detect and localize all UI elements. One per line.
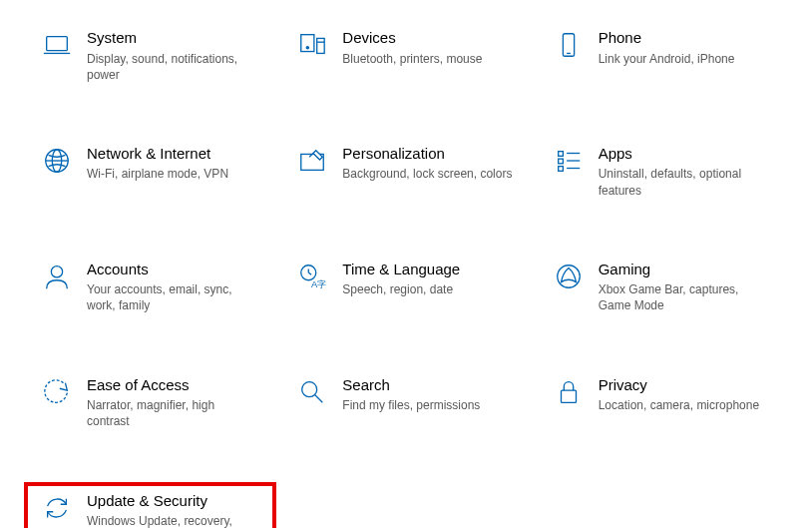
tile-title: Devices bbox=[342, 28, 482, 48]
tile-desc: Windows Update, recovery, backup bbox=[87, 513, 257, 528]
tile-gaming[interactable]: Gaming Xbox Game Bar, captures, Game Mod… bbox=[542, 257, 782, 317]
tile-title: Phone bbox=[599, 28, 735, 48]
gaming-icon bbox=[545, 260, 593, 291]
time-language-icon: A字 bbox=[288, 260, 336, 291]
svg-point-25 bbox=[302, 381, 317, 396]
tile-title: Search bbox=[342, 375, 480, 395]
lock-icon bbox=[545, 375, 593, 407]
tile-network[interactable]: Network & Internet Wi-Fi, airplane mode,… bbox=[30, 141, 270, 202]
tile-desc: Find my files, permissions bbox=[342, 397, 480, 413]
tile-desc: Your accounts, email, sync, work, family bbox=[87, 281, 257, 313]
tile-desc: Wi-Fi, airplane mode, VPN bbox=[87, 166, 228, 182]
tile-desc: Uninstall, defaults, optional features bbox=[599, 166, 769, 198]
person-icon bbox=[33, 260, 81, 291]
globe-icon bbox=[33, 144, 81, 176]
tile-title: Apps bbox=[599, 144, 769, 164]
tile-title: Time & Language bbox=[342, 260, 460, 279]
tile-system[interactable]: System Display, sound, notifications, po… bbox=[30, 25, 270, 86]
tile-privacy[interactable]: Privacy Location, camera, microphone bbox=[542, 372, 782, 433]
svg-rect-13 bbox=[558, 152, 563, 157]
ease-of-access-icon bbox=[33, 375, 81, 407]
tile-time[interactable]: A字 Time & Language Speech, region, date bbox=[285, 257, 526, 317]
svg-rect-14 bbox=[558, 159, 563, 164]
svg-rect-27 bbox=[561, 390, 576, 402]
tile-personalization[interactable]: Personalization Background, lock screen,… bbox=[285, 141, 526, 202]
devices-icon bbox=[288, 28, 336, 60]
tile-update-security[interactable]: Update & Security Windows Update, recove… bbox=[30, 488, 270, 529]
search-icon bbox=[288, 375, 336, 407]
tile-devices[interactable]: Devices Bluetooth, printers, mouse bbox=[285, 25, 526, 86]
tile-desc: Display, sound, notifications, power bbox=[87, 51, 257, 83]
tile-desc: Background, lock screen, colors bbox=[342, 166, 512, 182]
tile-desc: Bluetooth, printers, mouse bbox=[342, 51, 482, 67]
tile-title: Privacy bbox=[599, 375, 759, 395]
tile-desc: Xbox Game Bar, captures, Game Mode bbox=[599, 281, 769, 313]
svg-rect-4 bbox=[317, 38, 325, 53]
tile-title: Update & Security bbox=[87, 491, 257, 511]
tile-title: Accounts bbox=[87, 260, 257, 279]
svg-line-26 bbox=[315, 394, 323, 402]
tile-desc: Location, camera, microphone bbox=[599, 397, 759, 413]
settings-grid: System Display, sound, notifications, po… bbox=[30, 25, 782, 528]
tile-phone[interactable]: Phone Link your Android, iPhone bbox=[542, 25, 782, 86]
tile-title: Personalization bbox=[342, 144, 512, 164]
tile-title: Ease of Access bbox=[87, 375, 257, 395]
tile-desc: Link your Android, iPhone bbox=[599, 51, 735, 67]
sync-icon bbox=[33, 491, 81, 523]
laptop-icon bbox=[33, 28, 81, 60]
tile-apps[interactable]: Apps Uninstall, defaults, optional featu… bbox=[542, 141, 782, 202]
svg-line-22 bbox=[309, 272, 312, 274]
tile-title: Gaming bbox=[599, 260, 769, 279]
tile-ease-of-access[interactable]: Ease of Access Narrator, magnifier, high… bbox=[30, 372, 270, 433]
tile-desc: Speech, region, date bbox=[342, 281, 460, 297]
svg-text:A字: A字 bbox=[311, 279, 326, 289]
svg-point-19 bbox=[51, 265, 62, 276]
tile-search[interactable]: Search Find my files, permissions bbox=[285, 372, 526, 433]
svg-rect-0 bbox=[47, 37, 68, 51]
svg-rect-15 bbox=[558, 167, 563, 172]
tile-title: Network & Internet bbox=[87, 144, 228, 164]
paintbrush-icon bbox=[288, 144, 336, 176]
svg-point-3 bbox=[307, 47, 309, 49]
apps-icon bbox=[545, 144, 593, 176]
tile-accounts[interactable]: Accounts Your accounts, email, sync, wor… bbox=[30, 257, 270, 317]
phone-icon bbox=[545, 28, 593, 60]
tile-title: System bbox=[87, 28, 257, 48]
tile-desc: Narrator, magnifier, high contrast bbox=[87, 397, 257, 429]
